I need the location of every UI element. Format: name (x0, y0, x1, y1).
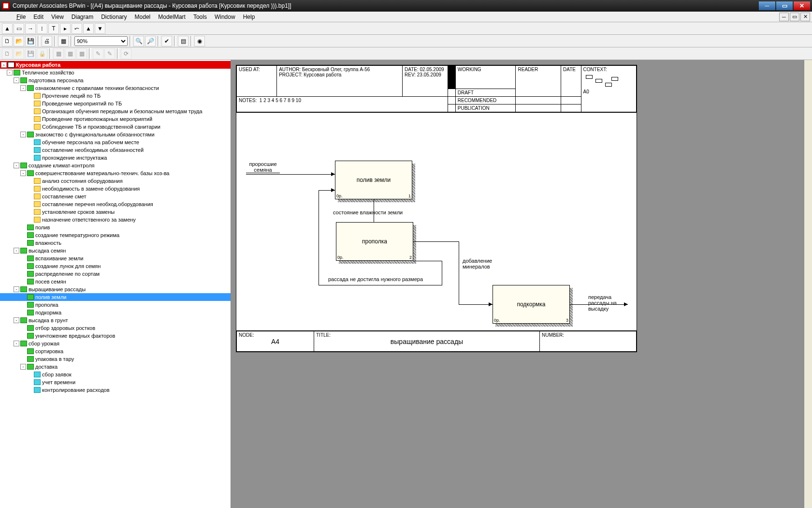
mm-btn-8[interactable]: ✎ (93, 48, 103, 59)
tree-item[interactable]: составление необходимых обязанностей (0, 146, 231, 154)
activity-tool[interactable]: ▭ (14, 23, 24, 34)
drill-up-tool[interactable]: ▸ (60, 23, 71, 34)
mm-btn-1[interactable]: 🗋 (2, 48, 13, 59)
tree-item[interactable]: подкормка (0, 309, 231, 316)
mm-btn-10[interactable]: ⟳ (121, 48, 131, 59)
mm-btn-3[interactable]: 💾 (25, 48, 36, 59)
minimize-button[interactable]: ─ (759, 1, 775, 10)
squiggle-tool[interactable]: ⫶ (37, 23, 47, 34)
tree-item[interactable]: составление смет (0, 193, 231, 200)
tree-item[interactable]: полив земли (0, 293, 231, 301)
text-tool[interactable]: T (48, 23, 59, 34)
tree-item[interactable]: анализ состояния оборудования (0, 177, 231, 185)
tree-item[interactable]: составление перечня необход.оборудования (0, 200, 231, 208)
mm-btn-9[interactable]: ✎ (104, 48, 115, 59)
tree-item[interactable]: посев семян (0, 278, 231, 285)
arrow-label-1: проросшие семяна (246, 161, 280, 173)
tree-item[interactable]: прополка (0, 301, 231, 309)
nav-down-tool[interactable]: ▼ (95, 23, 105, 34)
maximize-button[interactable]: ▭ (776, 1, 793, 10)
mm-btn-7[interactable]: ▦ (76, 48, 87, 59)
tree-item[interactable]: упаковка в тару (0, 355, 231, 363)
menu-diagram[interactable]: Diagram (68, 13, 97, 21)
tree-item[interactable]: Соблюдение ТБ и производственной санитар… (0, 123, 231, 131)
open-button[interactable]: 📂 (14, 36, 24, 46)
tree-item[interactable]: Проведение мероприятий по ТБ (0, 100, 231, 107)
menu-file[interactable]: File (13, 13, 29, 21)
tree-item[interactable]: уничтожение вредных факторов (0, 332, 231, 340)
zoom-out-button[interactable]: 🔎 (145, 36, 156, 46)
mm-btn-6[interactable]: ▦ (65, 48, 75, 59)
menu-model[interactable]: Model (131, 13, 155, 21)
report-button[interactable]: ▤ (178, 36, 188, 46)
tree-item[interactable]: сбор заявок (0, 371, 231, 378)
tree-item[interactable]: -доставка (0, 363, 231, 371)
menu-help[interactable]: Help (239, 13, 259, 21)
mdi-close-button[interactable]: ✕ (800, 13, 810, 21)
tree-item[interactable]: назначение ответственного за замену (0, 216, 231, 224)
tree-item[interactable]: -высадка семян (0, 247, 231, 254)
model-tree[interactable]: -Курсовая работа-Тепличное хозяйство-под… (0, 60, 231, 508)
tree-item[interactable]: обучение персонала на рабочем месте (0, 138, 231, 146)
modelmart-button[interactable]: ◉ (194, 36, 205, 46)
tree-item[interactable]: полив (0, 224, 231, 231)
arrow-tool[interactable]: → (25, 23, 36, 34)
save-button[interactable]: 💾 (25, 36, 36, 46)
tree-item[interactable]: -ознакомление с правилами техники безопа… (0, 84, 231, 92)
tree-item[interactable]: необходимость в замене оборудования (0, 185, 231, 193)
menu-tools[interactable]: Tools (189, 13, 211, 21)
activity-box-1[interactable]: полив земли 0р. 1 (335, 161, 412, 199)
tree-item[interactable]: -сбор урожая (0, 340, 231, 347)
activity-box-3[interactable]: подкормка 0р. 3 (493, 285, 570, 324)
menu-modelmart[interactable]: ModelMart (154, 13, 189, 21)
tree-item[interactable]: -совершенствование материально-технич. б… (0, 169, 231, 177)
close-button[interactable]: ✕ (794, 1, 810, 10)
spell-check-button[interactable]: ✔ (161, 36, 172, 46)
tree-item[interactable]: -знакомство с функциональными обязанност… (0, 131, 231, 138)
zoom-select[interactable]: 90% (74, 36, 128, 46)
tree-item[interactable]: создание лунок для семян (0, 262, 231, 270)
diagram-canvas[interactable]: USED AT: AUTHOR: Бескровный Олег, группа… (231, 60, 812, 508)
tree-root[interactable]: -Курсовая работа (0, 61, 231, 69)
menu-dictionary[interactable]: Dictionary (97, 13, 130, 21)
print-button[interactable]: 🖨 (42, 36, 52, 46)
tree-item[interactable]: -высадка в грунт (0, 316, 231, 324)
tree-item[interactable]: Организация обучения передовым и безопас… (0, 107, 231, 115)
tree-item[interactable]: отбор здоровых ростков (0, 324, 231, 332)
tree-item[interactable]: установление сроков замены (0, 208, 231, 216)
undo-curve-tool[interactable]: ⤺ (72, 23, 82, 34)
zoom-in-button[interactable]: 🔍 (133, 36, 144, 46)
menu-view[interactable]: View (47, 13, 68, 21)
mdi-minimize-button[interactable]: ─ (779, 13, 789, 21)
rev-value: 23.05.2009 (417, 72, 441, 77)
tree-item[interactable]: -выращивание рассады (0, 285, 231, 293)
tree-item[interactable]: учет времени (0, 378, 231, 386)
vertical-scrollbar[interactable] (804, 60, 812, 508)
tree-item[interactable]: -подготовка персонала (0, 76, 231, 84)
tree-item[interactable]: вспахивание земли (0, 254, 231, 262)
tree-item[interactable]: -Тепличное хозяйство (0, 69, 231, 76)
tree-item[interactable]: сортировка (0, 347, 231, 355)
tree-item[interactable]: Проведение противопожарных мероприятий (0, 115, 231, 123)
menu-edit[interactable]: Edit (29, 13, 47, 21)
tree-item[interactable]: Прочтение леций по ТБ (0, 92, 231, 100)
menu-window[interactable]: Window (211, 13, 239, 21)
pointer-tool[interactable]: ▲ (2, 23, 13, 34)
mm-btn-4[interactable]: 🔒 (37, 48, 47, 59)
model-explorer-button[interactable]: ▦ (58, 36, 69, 46)
mm-btn-2[interactable]: 📂 (14, 48, 24, 59)
tree-item[interactable]: -создание климат-контроля (0, 162, 231, 169)
tree-item[interactable]: прохождение инструктажа (0, 154, 231, 162)
new-button[interactable]: 🗋 (2, 36, 13, 46)
activity-box-2[interactable]: прополка 0р. 2 (336, 222, 413, 261)
diagram-body[interactable]: полив земли 0р. 1 прополка 0р. 2 подкорм… (236, 113, 637, 330)
nav-up-tool[interactable]: ▲ (83, 23, 94, 34)
tree-item[interactable]: влажность (0, 239, 231, 247)
tree-item[interactable]: распределение по сортам (0, 270, 231, 278)
tree-item[interactable]: создание температурного режима (0, 231, 231, 239)
menubar: File Edit View Diagram Dictionary Model … (0, 12, 812, 22)
notes-cell: NOTES: 1 2 3 4 5 6 7 8 9 10 (237, 97, 448, 112)
mm-btn-5[interactable]: ▦ (53, 48, 64, 59)
tree-item[interactable]: контролирование расходов (0, 386, 231, 394)
mdi-restore-button[interactable]: ▭ (790, 13, 799, 21)
